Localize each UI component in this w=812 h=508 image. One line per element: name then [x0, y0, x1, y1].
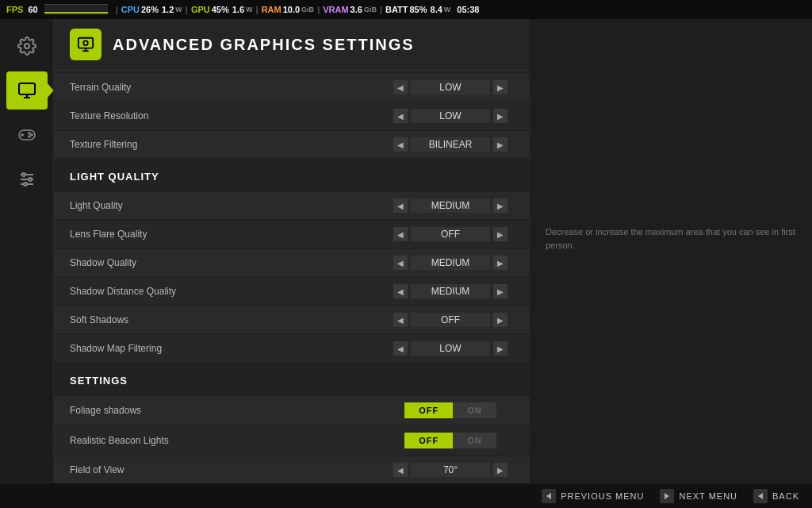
next-btn[interactable]: ▶	[493, 284, 508, 298]
batt-label: BATT	[385, 5, 408, 14]
next-btn[interactable]: ▶	[493, 109, 508, 123]
divider4: |	[317, 5, 320, 14]
foliage-off-btn[interactable]: OFF	[404, 402, 453, 418]
gpu-w-unit: W	[246, 6, 253, 13]
row-label: Terrain Quality	[70, 82, 387, 93]
table-row: Texture Resolution ◀ LOW ▶	[54, 102, 530, 129]
sidebar-item-sliders[interactable]	[6, 160, 48, 198]
ram-exp: GiB	[301, 6, 314, 13]
fps-value: 60	[28, 5, 37, 14]
beacon-toggle-control: OFF ON	[387, 433, 514, 448]
foliage-toggle-group: OFF ON	[404, 402, 496, 418]
page-header: ADVANCED GRAPHICS SETTINGS	[54, 19, 530, 71]
next-btn[interactable]: ▶	[493, 80, 508, 94]
row-label: Soft Shadows	[70, 314, 387, 325]
table-row: Shadow Distance Quality ◀ MEDIUM ▶	[54, 278, 530, 305]
next-menu-label: NEXT MENU	[679, 491, 737, 501]
fov-label: Field of View	[70, 464, 387, 475]
svg-rect-16	[79, 38, 93, 48]
row-label: Shadow Quality	[70, 257, 387, 268]
sidebar-item-gear[interactable]	[6, 27, 48, 65]
svg-point-9	[29, 136, 30, 137]
fps-label: FPS	[6, 5, 23, 14]
row-label: Light Quality	[70, 200, 387, 211]
fps-graph	[44, 4, 108, 15]
table-row: Light Quality ◀ MEDIUM ▶	[54, 192, 530, 219]
active-arrow	[48, 71, 54, 110]
vram-exp: GiB	[364, 6, 377, 13]
next-btn[interactable]: ▶	[493, 256, 508, 270]
svg-marker-20	[546, 493, 551, 499]
help-text: Decrease or increase the maximum area th…	[546, 225, 796, 252]
svg-marker-22	[758, 493, 763, 499]
table-row: Shadow Map Filtering ◀ LOW ▶	[54, 335, 530, 362]
row-control: ◀ MEDIUM ▶	[387, 284, 514, 298]
row-value: MEDIUM	[411, 284, 490, 298]
previous-menu-label: PREVIOUS MENU	[561, 491, 644, 501]
page-title: ADVANCED GRAPHICS SETTINGS	[113, 36, 415, 54]
svg-marker-21	[665, 493, 669, 499]
shadow-map-filtering-label: Shadow Map Filtering	[70, 343, 387, 354]
back-btn[interactable]: BACK	[753, 489, 799, 503]
prev-btn[interactable]: ◀	[393, 256, 408, 270]
gpu-label: GPU	[191, 5, 210, 14]
sidebar	[0, 19, 54, 508]
svg-rect-1	[19, 83, 35, 94]
prev-btn[interactable]: ◀	[393, 313, 408, 327]
next-btn[interactable]: ▶	[493, 313, 508, 327]
table-row: Terrain Quality ◀ LOW ▶	[54, 74, 530, 101]
main-content: ADVANCED GRAPHICS SETTINGS Terrain Quali…	[54, 19, 812, 508]
next-btn[interactable]: ▶	[493, 227, 508, 241]
cpu-label: CPU	[121, 5, 140, 14]
gpu-pct: 45%	[212, 5, 229, 14]
svg-point-0	[25, 44, 29, 48]
row-value: LOW	[411, 80, 490, 94]
row-value: MEDIUM	[411, 198, 490, 213]
row-control: ◀ OFF ▶	[387, 227, 514, 241]
svg-point-15	[24, 183, 27, 186]
foliage-on-btn[interactable]: ON	[453, 402, 496, 418]
beacon-on-btn[interactable]: ON	[453, 433, 496, 448]
next-menu-btn[interactable]: NEXT MENU	[660, 489, 737, 503]
beacon-off-btn[interactable]: OFF	[404, 433, 453, 448]
fov-prev-btn[interactable]: ◀	[393, 463, 408, 477]
prev-btn[interactable]: ◀	[393, 284, 408, 298]
next-menu-icon	[660, 489, 674, 503]
prev-btn[interactable]: ◀	[393, 227, 408, 241]
gpu-w: 1.6	[232, 5, 244, 14]
fov-value: 70°	[411, 463, 490, 477]
prev-btn[interactable]: ◀	[393, 341, 408, 356]
fov-control: ◀ 70° ▶	[387, 463, 514, 477]
prev-btn[interactable]: ◀	[393, 80, 408, 94]
light-quality-header: LIGHT QUALITY	[54, 160, 530, 189]
foliage-toggle-control: OFF ON	[387, 402, 514, 418]
prev-btn[interactable]: ◀	[393, 198, 408, 213]
row-control: ◀ LOW ▶	[387, 109, 514, 123]
previous-menu-icon	[542, 489, 556, 503]
next-btn[interactable]: ▶	[493, 137, 508, 152]
ram-label: RAM	[262, 5, 282, 14]
row-control: ◀ MEDIUM ▶	[387, 256, 514, 270]
previous-menu-btn[interactable]: PREVIOUS MENU	[542, 489, 644, 503]
divider2: |	[186, 5, 188, 14]
prev-btn[interactable]: ◀	[393, 109, 408, 123]
row-control: ◀ LOW ▶	[387, 80, 514, 94]
divider5: |	[380, 5, 382, 14]
hud-bar: FPS 60 | CPU 26% 1.2W | GPU 45% 1.6W | R…	[0, 0, 812, 19]
settings-header: SETTINGS	[54, 364, 530, 393]
right-panel: Decrease or increase the maximum area th…	[530, 19, 812, 508]
sidebar-item-display[interactable]	[6, 71, 48, 110]
row-control: ◀ BILINEAR ▶	[387, 137, 514, 152]
row-value: MEDIUM	[411, 256, 490, 270]
sidebar-item-gamepad[interactable]	[6, 116, 48, 154]
settings-panel: ADVANCED GRAPHICS SETTINGS Terrain Quali…	[54, 19, 530, 508]
next-btn[interactable]: ▶	[493, 198, 508, 213]
table-row: Shadow Quality ◀ MEDIUM ▶	[54, 249, 530, 276]
clock: 05:38	[457, 5, 479, 14]
prev-btn[interactable]: ◀	[393, 137, 408, 152]
svg-point-19	[83, 40, 88, 45]
back-icon	[753, 489, 768, 503]
cpu-w-unit: W	[175, 6, 182, 13]
next-btn[interactable]: ▶	[493, 341, 508, 356]
fov-next-btn[interactable]: ▶	[493, 463, 508, 477]
